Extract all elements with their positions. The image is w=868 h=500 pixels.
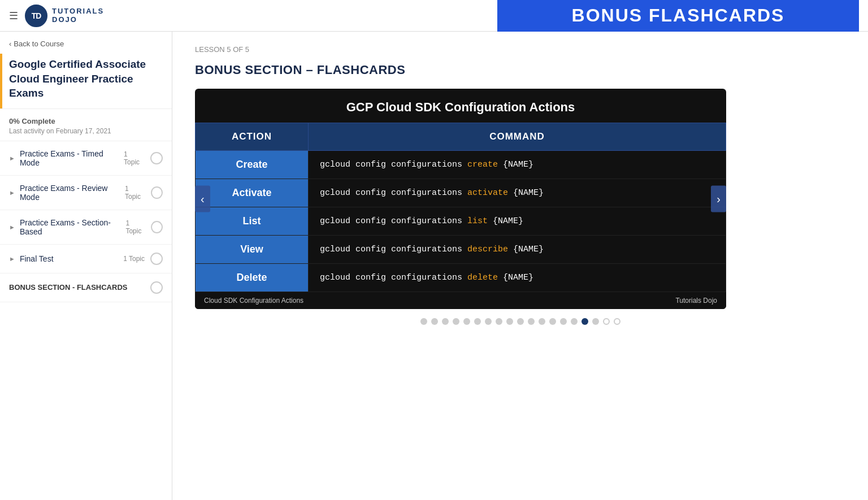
logo: TD TUTORIALS DOJO bbox=[25, 5, 104, 27]
carousel-dot[interactable] bbox=[474, 318, 481, 325]
action-cell: List bbox=[196, 207, 309, 236]
nav-item-label: Practice Exams - Section-Based bbox=[20, 218, 126, 236]
nav-circle bbox=[150, 152, 163, 164]
chevron-left-icon: ‹ bbox=[9, 40, 11, 48]
table-row: Viewgcloud config configurations describ… bbox=[196, 236, 726, 264]
command-keyword: create bbox=[467, 160, 498, 169]
action-cell: View bbox=[196, 236, 309, 264]
nav-items: ► Practice Exams - Timed Mode 1 Topic ► … bbox=[0, 141, 172, 500]
command-cell: gcloud config configurations describe {N… bbox=[309, 236, 726, 264]
main-layout: ‹ Back to Course Google Certified Associ… bbox=[0, 32, 868, 500]
carousel-dot[interactable] bbox=[581, 318, 588, 325]
carousel-dot[interactable] bbox=[549, 318, 556, 325]
chevron-right-icon: ► bbox=[9, 189, 15, 196]
carousel-dot[interactable] bbox=[560, 318, 567, 325]
logo-bottom: DOJO bbox=[52, 16, 104, 24]
chevron-right-icon: ► bbox=[9, 255, 15, 262]
carousel-dot[interactable] bbox=[496, 318, 502, 325]
table-row: Activategcloud config configurations act… bbox=[196, 179, 726, 207]
next-button[interactable]: › bbox=[711, 186, 726, 212]
command-cell: gcloud config configurations list {NAME} bbox=[309, 207, 726, 236]
table-row: Creategcloud config configurations creat… bbox=[196, 151, 726, 179]
carousel-dot[interactable] bbox=[614, 318, 620, 325]
sidebar: ‹ Back to Course Google Certified Associ… bbox=[0, 32, 172, 500]
dots-container bbox=[195, 318, 845, 325]
prev-button[interactable]: ‹ bbox=[195, 186, 210, 212]
nav-item-bonus-flashcards[interactable]: BONUS SECTION - FLASHCARDS bbox=[0, 273, 172, 302]
chevron-right-icon: ► bbox=[9, 155, 15, 162]
command-keyword: describe bbox=[467, 245, 508, 254]
action-cell: Delete bbox=[196, 264, 309, 292]
table-row: Deletegcloud config configurations delet… bbox=[196, 264, 726, 292]
hamburger-menu[interactable]: ☰ bbox=[9, 10, 18, 22]
header-banner: BONUS FLASHCARDS bbox=[497, 0, 859, 32]
chevron-right-icon: ► bbox=[9, 224, 15, 231]
carousel-dot[interactable] bbox=[528, 318, 535, 325]
table-row: Listgcloud config configurations list {N… bbox=[196, 207, 726, 236]
nav-item-label: Final Test bbox=[20, 254, 54, 263]
flashcard-footer-left: Cloud SDK Configuration Actions bbox=[204, 297, 303, 305]
carousel-dot[interactable] bbox=[539, 318, 545, 325]
nav-item-final-test[interactable]: ► Final Test 1 Topic bbox=[0, 245, 172, 273]
main-content: LESSON 5 OF 5 BONUS SECTION – FLASHCARDS… bbox=[172, 32, 868, 500]
logo-circle: TD bbox=[25, 5, 47, 27]
progress-percent: 0% Complete bbox=[9, 117, 163, 125]
table-header-command: COMMAND bbox=[309, 123, 726, 151]
nav-item-review-mode[interactable]: ► Practice Exams - Review Mode 1 Topic bbox=[0, 176, 172, 210]
action-cell: Activate bbox=[196, 179, 309, 207]
carousel-dot[interactable] bbox=[485, 318, 492, 325]
nav-circle bbox=[151, 221, 163, 233]
flashcard-title: GCP Cloud SDK Configuration Actions bbox=[195, 89, 726, 123]
command-keyword: list bbox=[467, 216, 488, 226]
command-cell: gcloud config configurations create {NAM… bbox=[309, 151, 726, 179]
command-cell: gcloud config configurations delete {NAM… bbox=[309, 264, 726, 292]
carousel-dot[interactable] bbox=[506, 318, 513, 325]
nav-item-topic-count: 1 Topic bbox=[124, 150, 145, 166]
nav-circle bbox=[151, 186, 163, 199]
logo-text: TUTORIALS DOJO bbox=[52, 7, 104, 24]
command-keyword: activate bbox=[467, 188, 508, 198]
flashcard-table: ACTION COMMAND Creategcloud config confi… bbox=[195, 123, 726, 292]
lesson-label: LESSON 5 OF 5 bbox=[195, 45, 845, 54]
command-keyword: delete bbox=[467, 273, 498, 282]
course-title: Google Certified Associate Cloud Enginee… bbox=[0, 54, 172, 109]
carousel-dot[interactable] bbox=[442, 318, 449, 325]
nav-item-label: BONUS SECTION - FLASHCARDS bbox=[9, 283, 127, 292]
nav-item-label: Practice Exams - Timed Mode bbox=[20, 149, 124, 167]
flashcard-footer: Cloud SDK Configuration Actions Tutorial… bbox=[195, 292, 726, 309]
carousel-dot[interactable] bbox=[571, 318, 578, 325]
nav-item-topic-count: 1 Topic bbox=[125, 219, 145, 235]
action-cell: Create bbox=[196, 151, 309, 179]
logo-top: TUTORIALS bbox=[52, 7, 104, 15]
carousel-dot[interactable] bbox=[463, 318, 470, 325]
nav-item-section-based[interactable]: ► Practice Exams - Section-Based 1 Topic bbox=[0, 210, 172, 245]
progress-section: 0% Complete Last activity on February 17… bbox=[0, 109, 172, 141]
carousel-dot[interactable] bbox=[592, 318, 599, 325]
flashcard-container: GCP Cloud SDK Configuration Actions ‹ › … bbox=[195, 89, 726, 309]
carousel-dot[interactable] bbox=[517, 318, 524, 325]
section-title: BONUS SECTION – FLASHCARDS bbox=[195, 63, 845, 77]
nav-item-topic-count: 1 Topic bbox=[125, 185, 145, 201]
top-header: ☰ TD TUTORIALS DOJO BONUS FLASHCARDS bbox=[0, 0, 868, 32]
flashcard-footer-right: Tutorials Dojo bbox=[675, 297, 717, 305]
nav-item-timed-mode[interactable]: ► Practice Exams - Timed Mode 1 Topic bbox=[0, 141, 172, 176]
carousel-dot[interactable] bbox=[603, 318, 610, 325]
table-header-action: ACTION bbox=[196, 123, 309, 151]
nav-item-label: Practice Exams - Review Mode bbox=[20, 184, 125, 202]
progress-last-activity: Last activity on February 17, 2021 bbox=[9, 127, 163, 135]
nav-circle bbox=[150, 253, 163, 265]
nav-circle bbox=[150, 281, 163, 294]
command-cell: gcloud config configurations activate {N… bbox=[309, 179, 726, 207]
carousel-dot[interactable] bbox=[431, 318, 438, 325]
carousel-dot[interactable] bbox=[420, 318, 427, 325]
nav-item-topic-count: 1 Topic bbox=[123, 255, 145, 263]
carousel-dot[interactable] bbox=[453, 318, 459, 325]
back-to-course-link[interactable]: ‹ Back to Course bbox=[0, 32, 172, 54]
